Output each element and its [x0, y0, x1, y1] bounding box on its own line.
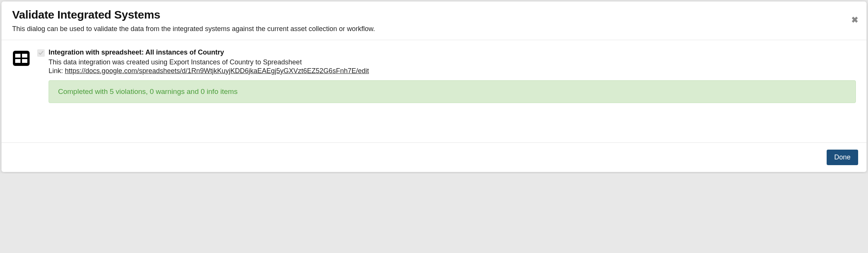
integration-link[interactable]: https://docs.google.com/spreadsheets/d/1… [65, 67, 369, 75]
svg-rect-0 [13, 51, 30, 66]
status-message: Completed with 5 violations, 0 warnings … [49, 80, 856, 103]
integration-content: Integration with spreadsheet: All instan… [37, 48, 856, 103]
spreadsheet-icon [12, 49, 30, 67]
svg-rect-4 [22, 59, 27, 63]
dialog-subtitle: This dialog can be used to validate the … [12, 25, 856, 33]
integration-checkbox[interactable] [37, 49, 45, 57]
integration-header: Integration with spreadsheet: All instan… [37, 48, 856, 57]
integration-link-row: Link: https://docs.google.com/spreadshee… [49, 67, 856, 75]
integration-description: This data integration was created using … [49, 58, 856, 66]
close-icon[interactable]: ✖ [851, 16, 858, 24]
dialog-header: Validate Integrated Systems This dialog … [2, 2, 866, 40]
validate-dialog: Validate Integrated Systems This dialog … [2, 2, 866, 172]
done-button[interactable]: Done [827, 150, 858, 165]
svg-rect-1 [15, 54, 20, 58]
link-label: Link: [49, 67, 65, 75]
integration-title: Integration with spreadsheet: All instan… [49, 48, 224, 56]
dialog-body: Integration with spreadsheet: All instan… [2, 40, 866, 142]
svg-rect-2 [22, 54, 27, 58]
dialog-title: Validate Integrated Systems [12, 8, 856, 21]
dialog-footer: Done [2, 142, 866, 172]
svg-rect-3 [15, 59, 20, 63]
integration-row: Integration with spreadsheet: All instan… [12, 48, 856, 103]
